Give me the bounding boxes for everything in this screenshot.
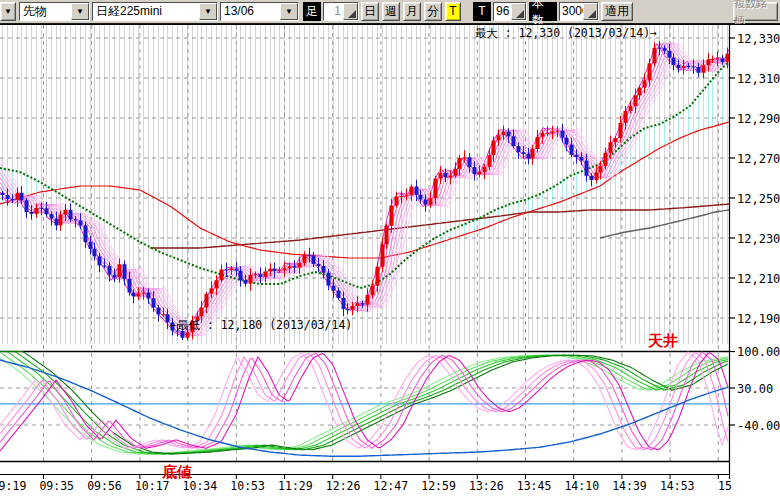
period-day-button[interactable]: 日	[361, 2, 379, 21]
svg-text:13:26: 13:26	[469, 479, 504, 493]
period-week-button[interactable]: 週	[382, 2, 400, 21]
contract-month-select[interactable]: 13/06 ▼	[220, 2, 299, 21]
svg-text:14:39: 14:39	[612, 479, 647, 493]
period-minute-button[interactable]: 分	[424, 2, 442, 21]
bar-count-spinner[interactable]: 3000	[559, 2, 599, 21]
svg-text:12,290: 12,290	[737, 112, 780, 126]
svg-text:12,230: 12,230	[737, 232, 780, 246]
bottom-annotation: 底値	[161, 463, 192, 481]
svg-text:13:45: 13:45	[517, 479, 552, 493]
ceiling-annotation: 天井	[647, 332, 678, 350]
bar-count-label: 本数	[529, 2, 557, 21]
svg-text:100.00: 100.00	[737, 345, 780, 359]
tick-toggle-button[interactable]: T	[445, 2, 461, 21]
svg-text:-40.00: -40.00	[737, 419, 780, 433]
spinner-grip-icon[interactable]	[343, 3, 358, 20]
instrument-type-select[interactable]: 先物 ▼	[19, 2, 90, 21]
svg-text:12:59: 12:59	[421, 479, 456, 493]
svg-text:12,310: 12,310	[737, 72, 780, 86]
interval-value: 1	[324, 3, 343, 20]
multi-symbol-button[interactable]: 複数銘柄	[733, 2, 778, 21]
min-price-annotation: ←最低 : 12,180 (2013/03/14)	[170, 318, 352, 332]
symbol-value: 日経225mini	[93, 3, 199, 20]
apply-button[interactable]: 適用	[601, 2, 633, 21]
svg-text:30.00: 30.00	[737, 382, 773, 396]
svg-text:09:35: 09:35	[39, 479, 74, 493]
spinner-grip-icon[interactable]	[583, 3, 598, 20]
chart-app-window: ▼ 先物 ▼ 日経225mini ▼ 13/06 ▼ 足 1 日 週 月 分 T…	[0, 0, 780, 500]
dropdown-arrow-icon[interactable]: ▼	[280, 3, 298, 20]
svg-text:11:29: 11:29	[278, 479, 313, 493]
bar-stripes	[3, 25, 728, 344]
svg-text:12,210: 12,210	[737, 272, 780, 286]
svg-text:15: 15	[718, 479, 732, 493]
svg-text:09:56: 09:56	[87, 479, 122, 493]
svg-text:09:19: 09:19	[0, 479, 26, 493]
instrument-type-value: 先物	[20, 3, 71, 20]
svg-text:12,270: 12,270	[737, 152, 780, 166]
chart-canvas[interactable]: 12,33012,31012,29012,27012,25012,23012,2…	[0, 23, 780, 500]
interval-spinner[interactable]: 1	[323, 2, 359, 21]
left-partial-dropdown-arrow-icon[interactable]: ▼	[0, 2, 16, 21]
svg-text:10:53: 10:53	[230, 479, 265, 493]
dropdown-arrow-icon[interactable]: ▼	[71, 3, 89, 20]
tick-count-spinner[interactable]: 96	[493, 2, 527, 21]
tick-count-label: T	[473, 2, 491, 21]
tick-count-value: 96	[494, 3, 511, 20]
svg-text:12,250: 12,250	[737, 192, 780, 206]
svg-text:10:34: 10:34	[183, 479, 218, 493]
max-price-annotation: 最大 : 12,330 (2013/03/14)→	[475, 26, 657, 40]
contract-month-value: 13/06	[221, 3, 280, 20]
symbol-select[interactable]: 日経225mini ▼	[92, 2, 218, 21]
svg-text:14:10: 14:10	[564, 479, 599, 493]
svg-text:12:47: 12:47	[374, 479, 409, 493]
oscillator-lines	[0, 352, 730, 462]
ma-band-hatch	[3, 63, 728, 247]
svg-text:14:53: 14:53	[660, 479, 695, 493]
dropdown-arrow-icon[interactable]: ▼	[199, 3, 217, 20]
spinner-grip-icon[interactable]	[511, 3, 526, 20]
bar-type-label: 足	[303, 2, 321, 21]
svg-text:12,330: 12,330	[737, 32, 780, 46]
svg-text:12,190: 12,190	[737, 312, 780, 326]
svg-text:12:26: 12:26	[326, 479, 361, 493]
period-month-button[interactable]: 月	[403, 2, 421, 21]
svg-text:10:17: 10:17	[135, 479, 170, 493]
toolbar: ▼ 先物 ▼ 日経225mini ▼ 13/06 ▼ 足 1 日 週 月 分 T…	[0, 0, 780, 24]
bar-count-value: 3000	[560, 3, 583, 20]
